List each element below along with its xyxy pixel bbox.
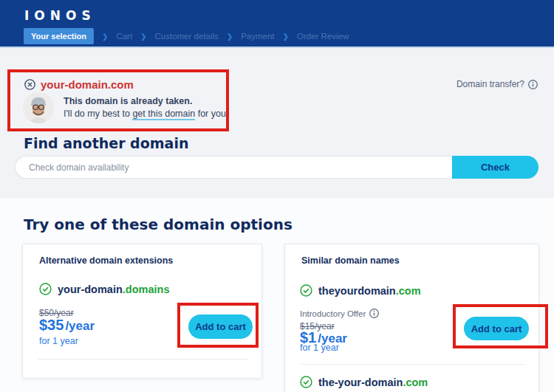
domain-transfer-link[interactable]: Domain transfer? bbox=[456, 79, 538, 89]
help-text-prefix: I'll do my best to bbox=[64, 109, 132, 119]
chevron-right-icon bbox=[140, 32, 146, 41]
domain-transfer-label: Domain transfer? bbox=[456, 79, 524, 89]
ionos-logo[interactable]: IONOS bbox=[24, 8, 96, 23]
domain-search-input[interactable] bbox=[15, 156, 452, 179]
circle-x-icon bbox=[24, 79, 35, 90]
domain-suggestion-row: your-domain.domains bbox=[39, 283, 169, 295]
breadcrumb-step-customer-details[interactable]: Customer details bbox=[155, 32, 219, 41]
breadcrumb-step-your-selection[interactable]: Your selection bbox=[24, 28, 94, 44]
domain-suggestion-row: the-your-domain.com bbox=[300, 376, 428, 388]
get-this-domain-link[interactable]: get this domain bbox=[132, 109, 195, 120]
domain-tld: .com bbox=[403, 376, 428, 388]
card-title: Alternative domain extensions bbox=[39, 255, 173, 266]
domain-search-section: your-domain.com This domain is already t… bbox=[0, 48, 554, 198]
introductory-offer: Introductory Offer bbox=[300, 309, 379, 318]
card-divider bbox=[300, 364, 525, 365]
suggested-domain-name: your-domain.domains bbox=[58, 283, 169, 295]
price-period: /year bbox=[65, 319, 95, 333]
price-term: for 1 year bbox=[300, 343, 339, 353]
chevron-right-icon bbox=[283, 32, 289, 41]
chevron-right-icon bbox=[102, 32, 108, 41]
price: $35/year bbox=[39, 317, 95, 334]
domain-sld: theyourdomain bbox=[318, 285, 396, 297]
breadcrumb-step-order-review[interactable]: Order Review bbox=[297, 32, 349, 41]
taken-domain-status: your-domain.com bbox=[24, 78, 134, 91]
breadcrumb-step-cart[interactable]: Cart bbox=[116, 32, 132, 41]
domain-suggestion-row: theyourdomain.com bbox=[300, 284, 421, 297]
price-term: for 1 year bbox=[39, 336, 78, 346]
card-divider bbox=[38, 359, 248, 360]
checkout-breadcrumb: Your selection Cart Customer details Pay… bbox=[24, 28, 349, 44]
domain-options-section: Try one of these domain options Alternat… bbox=[0, 198, 554, 392]
check-circle-icon bbox=[39, 283, 52, 295]
advisor-message: This domain is already taken. I'll do my… bbox=[23, 92, 228, 123]
app-header: IONOS Your selection Cart Customer detai… bbox=[0, 0, 554, 48]
check-button[interactable]: Check bbox=[452, 156, 538, 179]
taken-domain-name: your-domain.com bbox=[41, 78, 134, 91]
add-to-cart-button[interactable]: Add to cart bbox=[464, 317, 529, 340]
check-circle-icon bbox=[300, 284, 312, 297]
advisor-text: This domain is already taken. I'll do my… bbox=[64, 92, 228, 123]
find-another-domain-heading: Find another domain bbox=[24, 135, 188, 151]
advisor-avatar bbox=[23, 92, 54, 123]
domain-options-heading: Try one of these domain options bbox=[24, 216, 293, 233]
add-to-cart-button[interactable]: Add to cart bbox=[188, 314, 253, 339]
introductory-offer-label: Introductory Offer bbox=[300, 309, 366, 318]
price-amount: $35 bbox=[39, 317, 64, 333]
domain-sld: the-your-domain bbox=[318, 376, 403, 388]
card-title: Similar domain names bbox=[301, 255, 400, 266]
suggested-domain-name: the-your-domain.com bbox=[318, 376, 428, 388]
info-circle-icon[interactable] bbox=[528, 80, 538, 89]
info-circle-icon[interactable] bbox=[369, 309, 379, 318]
domain-sld: your-domain bbox=[58, 283, 123, 295]
chevron-right-icon bbox=[227, 32, 233, 41]
suggested-domain-name: theyourdomain.com bbox=[318, 285, 421, 297]
domain-tld: .domains bbox=[123, 283, 170, 295]
domain-search-bar: Check bbox=[15, 156, 538, 179]
check-circle-icon bbox=[300, 376, 312, 388]
breadcrumb-step-payment[interactable]: Payment bbox=[241, 32, 274, 41]
domain-help-message: I'll do my best to get this domain for y… bbox=[64, 108, 228, 120]
alternative-extensions-card: Alternative domain extensions your-domai… bbox=[22, 244, 262, 379]
domain-taken-message: This domain is already taken. bbox=[64, 95, 228, 108]
similar-domains-card: Similar domain names theyourdomain.com I… bbox=[284, 244, 539, 392]
help-text-suffix: for you! bbox=[195, 109, 228, 119]
domain-tld: .com bbox=[396, 285, 421, 297]
